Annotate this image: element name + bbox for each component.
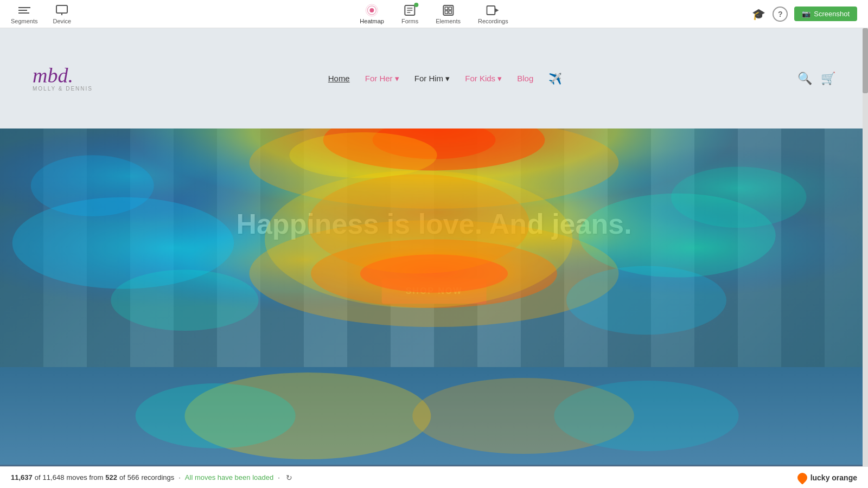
svg-rect-14	[445, 7, 448, 10]
help-button[interactable]: ?	[773, 7, 788, 22]
graduation-hat-icon[interactable]: 🎓	[751, 7, 766, 22]
forms-label: Forms	[401, 18, 418, 24]
svg-rect-15	[449, 7, 451, 10]
recordings-tool[interactable]: Recordings	[478, 4, 508, 24]
refresh-button[interactable]: ↻	[284, 473, 294, 483]
toolbar-left: Segments Device	[11, 4, 71, 24]
svg-point-48	[136, 383, 296, 448]
all-moves-loaded-link[interactable]: All moves have been loaded	[185, 473, 273, 481]
segments-label: Segments	[11, 18, 38, 24]
moves-label: moves from	[66, 473, 103, 481]
jeans-visual	[0, 129, 868, 367]
device-label: Device	[53, 18, 72, 24]
site-nav-links: Home For Her ▾ For Him ▾ For Kids ▾ Blog…	[328, 72, 563, 85]
screenshot-button[interactable]: 📷 Screenshot	[794, 7, 857, 21]
elements-label: Elements	[436, 18, 461, 24]
scrollbar-thumb[interactable]	[863, 28, 868, 93]
heatmap-icon	[366, 4, 379, 17]
elements-icon	[442, 4, 455, 17]
elements-tool[interactable]: Elements	[436, 4, 461, 24]
of-text: of	[35, 473, 41, 481]
recordings-label: Recordings	[478, 18, 508, 24]
heatmap-below-overlay	[0, 367, 868, 465]
site-logo-sub: MOLLY & DENNIS	[33, 86, 93, 92]
nav-icons: 🔍 🛒	[797, 72, 835, 86]
status-left: 11,637 of 11,648 moves from 522 of 566 r…	[11, 473, 294, 483]
recordings-of-text: of	[119, 473, 125, 481]
svg-point-47	[412, 378, 634, 454]
toolbar-right: 🎓 ? 📷 Screenshot	[751, 7, 857, 22]
toolbar-center: Heatmap Forms	[360, 4, 508, 24]
airplane-icon: ✈️	[548, 72, 562, 85]
search-icon[interactable]: 🔍	[797, 72, 812, 86]
shop-now-button[interactable]: SHOP NOW	[382, 279, 487, 304]
site-nav: mbd. MOLLY & DENNIS Home For Her ▾ For H…	[0, 28, 868, 129]
nav-for-kids[interactable]: For Kids ▾	[465, 74, 502, 84]
nav-for-her[interactable]: For Her ▾	[365, 74, 399, 84]
scrollbar[interactable]	[863, 28, 868, 466]
svg-rect-45	[0, 367, 868, 465]
svg-rect-16	[445, 11, 448, 14]
site-frame: mbd. MOLLY & DENNIS Home For Her ▾ For H…	[0, 28, 868, 466]
site-below-fold	[0, 367, 868, 465]
svg-rect-17	[449, 11, 451, 14]
device-icon	[55, 4, 68, 17]
moves-count: 11,637	[11, 473, 33, 481]
site-logo-container: mbd. MOLLY & DENNIS	[33, 65, 93, 92]
total-recordings: 566	[127, 473, 139, 481]
toolbar: Segments Device Heatmap	[0, 0, 868, 28]
cart-icon[interactable]: 🛒	[821, 72, 835, 86]
recordings-label: recordings	[142, 473, 175, 481]
main-content: mbd. MOLLY & DENNIS Home For Her ▾ For H…	[0, 28, 868, 466]
heatmap-tool[interactable]: Heatmap	[360, 4, 384, 24]
lucky-orange-brand: lucky orange	[797, 473, 857, 483]
hero-headline: Happiness is love. And jeans.	[236, 208, 631, 240]
svg-marker-19	[495, 8, 499, 12]
segments-icon	[18, 4, 31, 17]
camera-icon: 📷	[802, 10, 810, 18]
segments-tool[interactable]: Segments	[11, 4, 38, 24]
svg-point-49	[554, 381, 738, 451]
nav-for-him[interactable]: For Him ▾	[414, 74, 450, 84]
site-hero: Happiness is love. And jeans. SHOP NOW	[0, 129, 868, 367]
device-tool[interactable]: Device	[53, 4, 72, 24]
svg-point-46	[184, 373, 431, 459]
forms-icon	[404, 4, 417, 17]
svg-rect-18	[487, 6, 495, 15]
svg-point-6	[370, 8, 374, 12]
nav-blog[interactable]: Blog	[517, 74, 533, 83]
total-moves: 11,648	[43, 473, 65, 481]
status-bar: 11,637 of 11,648 moves from 522 of 566 r…	[0, 466, 868, 488]
nav-home[interactable]: Home	[328, 74, 350, 83]
svg-rect-3	[56, 5, 67, 13]
forms-tool[interactable]: Forms	[401, 4, 418, 24]
recordings-icon	[487, 4, 500, 17]
site-logo: mbd.	[33, 65, 93, 86]
recordings-count: 522	[105, 473, 117, 481]
lucky-orange-icon	[795, 471, 809, 484]
heatmap-label: Heatmap	[360, 18, 384, 24]
lucky-orange-text: lucky orange	[810, 473, 857, 482]
